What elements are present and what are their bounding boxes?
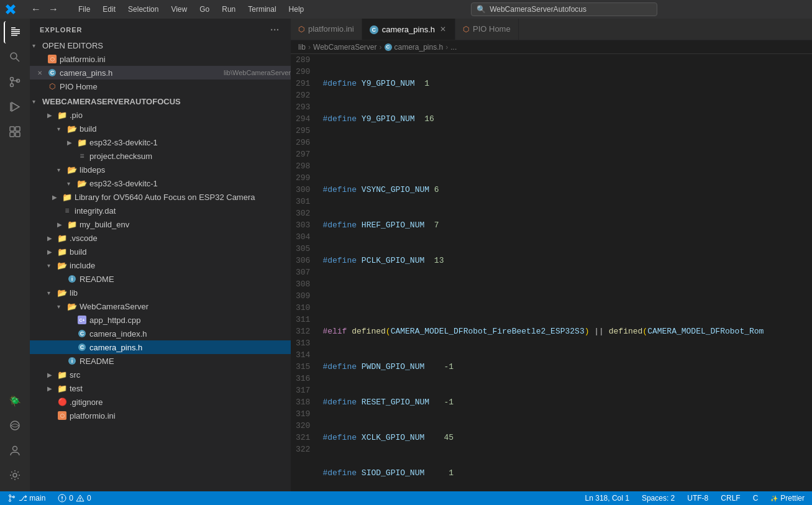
camera-pins-icon: C: [47, 68, 57, 78]
tree-item-libdeps[interactable]: ▾ 📂 libdeps: [30, 163, 291, 176]
checksum-icon: ≡: [77, 151, 87, 161]
menu-selection[interactable]: Selection: [123, 4, 163, 15]
breadcrumb-webcameraserver[interactable]: WebCameraServer: [313, 43, 376, 52]
tree-item-library[interactable]: ▶ 📁 Library for OV5640 Auto Focus on ESP…: [30, 190, 291, 204]
status-position[interactable]: Ln 318, Col 1: [583, 494, 632, 503]
sidebar-more-button[interactable]: ···: [269, 24, 281, 36]
open-editor-camera-pins[interactable]: ✕ C camera_pins.h lib\WebCameraServer: [30, 66, 291, 80]
status-errors[interactable]: 0 0: [55, 494, 93, 503]
vscode-label: .vscode: [70, 234, 291, 243]
breadcrumb-file[interactable]: camera_pins.h: [395, 43, 444, 52]
menu-file[interactable]: File: [73, 4, 95, 15]
library-icon: 📁: [62, 192, 72, 202]
menu-help[interactable]: Help: [284, 4, 309, 15]
menu-run[interactable]: Run: [217, 4, 240, 15]
open-editors-header[interactable]: ▾ OPEN EDITORS: [30, 39, 291, 52]
tab-platformio[interactable]: ⬡ platformio.ini: [291, 19, 362, 40]
svg-rect-15: [16, 132, 20, 137]
activity-remote-icon[interactable]: [4, 414, 26, 437]
ln-293: 293: [296, 101, 310, 113]
activity-settings-icon[interactable]: [4, 464, 26, 486]
apphttpd-label: app_httpd.cpp: [89, 316, 291, 325]
tab-camera-pins[interactable]: C camera_pins.h ✕: [362, 19, 455, 40]
esp32-libdeps-label: esp32-s3-devkitc-1: [89, 179, 291, 188]
ln-308: 308: [296, 278, 310, 290]
vscode-arrow: ▶: [47, 235, 57, 242]
ln-292: 292: [296, 89, 310, 101]
menu-go[interactable]: Go: [194, 4, 214, 15]
ln-297: 297: [296, 148, 310, 160]
code-content[interactable]: #define Y9_GPIO_NUM 1 #define Y9_GPIO_NU…: [317, 54, 812, 491]
activity-account-icon[interactable]: [4, 439, 26, 462]
tree-item-esp32-libdeps[interactable]: ▾ 📂 esp32-s3-devkitc-1: [30, 176, 291, 190]
include-label: include: [70, 261, 291, 270]
activity-run-icon[interactable]: [4, 96, 26, 118]
tab-pio-home[interactable]: ⬡ PIO Home: [455, 19, 519, 40]
sidebar-content[interactable]: ▾ OPEN EDITORS ⬡ platformio.ini ✕ C came…: [30, 39, 291, 491]
tree-item-src[interactable]: ▶ 📁 src: [30, 368, 291, 381]
tab-camera-pins-close[interactable]: ✕: [439, 25, 447, 34]
tree-item-camera-pins[interactable]: C camera_pins.h: [30, 340, 291, 354]
tree-item-esp32[interactable]: ▶ 📁 esp32-s3-devkitc-1: [30, 135, 291, 149]
status-spaces[interactable]: Spaces: 2: [639, 494, 677, 503]
tree-item-readme-lib[interactable]: i README: [30, 354, 291, 368]
library-label: Library for OV5640 Auto Focus on ESP32 C…: [75, 193, 291, 202]
svg-rect-14: [10, 132, 14, 137]
editor-content[interactable]: 289 290 291 292 293 294 295 296 297 298 …: [291, 54, 812, 491]
esp32-libdeps-icon: 📂: [77, 178, 87, 188]
activity-pio-icon[interactable]: 🪲: [4, 389, 26, 412]
test-label: test: [70, 384, 291, 393]
tree-item-integrity[interactable]: ≡ integrity.dat: [30, 204, 291, 217]
webcameraserver-arrow: ▾: [57, 303, 67, 310]
status-encoding[interactable]: UTF-8: [685, 494, 711, 503]
tree-item-camera-index[interactable]: C camera_index.h: [30, 327, 291, 340]
tree-item-lib[interactable]: ▾ 📂 lib: [30, 286, 291, 299]
status-branch[interactable]: ⎇ main: [5, 494, 48, 503]
open-editor-platformio[interactable]: ⬡ platformio.ini: [30, 52, 291, 66]
platformio-root-icon: ⬡: [57, 411, 67, 421]
open-editor-pio-home[interactable]: ⬡ PIO Home: [30, 80, 291, 93]
svg-rect-13: [16, 127, 20, 131]
tree-item-gitignore[interactable]: 🔴 .gitignore: [30, 395, 291, 409]
tree-item-vscode[interactable]: ▶ 📁 .vscode: [30, 231, 291, 245]
gitignore-icon: 🔴: [57, 397, 67, 407]
tree-item-include[interactable]: ▾ 📂 include: [30, 258, 291, 272]
ln-314: 314: [296, 349, 310, 361]
breadcrumb-lib[interactable]: lib: [298, 43, 306, 52]
tree-item-platformio-root[interactable]: ⬡ platformio.ini: [30, 409, 291, 422]
lib-label: lib: [70, 288, 291, 298]
activity-search-icon[interactable]: [4, 46, 26, 68]
tree-item-pio[interactable]: ▶ 📁 .pio: [30, 108, 291, 122]
activity-extensions-icon[interactable]: [4, 121, 26, 143]
activity-git-icon[interactable]: [4, 71, 26, 93]
tree-item-build2[interactable]: ▶ 📁 build: [30, 245, 291, 258]
error-count: 0: [69, 494, 73, 503]
titlebar-search[interactable]: 🔍 WebCameraServerAutofocus: [471, 2, 657, 16]
encoding-label: UTF-8: [687, 494, 708, 503]
tree-item-webcameraserver[interactable]: ▾ 📂 WebCameraServer: [30, 299, 291, 313]
status-prettier[interactable]: ✨ Prettier: [768, 494, 807, 503]
menu-edit[interactable]: Edit: [98, 4, 121, 15]
status-language[interactable]: C: [750, 494, 761, 503]
tree-item-apphttpd[interactable]: C+ app_httpd.cpp: [30, 313, 291, 327]
nav-forward-button[interactable]: →: [46, 2, 61, 16]
tree-item-readme-include[interactable]: i README: [30, 272, 291, 286]
svg-rect-1: [11, 29, 20, 30]
ln-298: 298: [296, 160, 310, 172]
activity-explorer-icon[interactable]: [4, 21, 26, 43]
menu-view[interactable]: View: [166, 4, 192, 15]
ln-322: 322: [296, 444, 310, 455]
test-arrow: ▶: [47, 385, 57, 392]
status-eol[interactable]: CRLF: [718, 494, 742, 503]
project-header[interactable]: ▾ WEBCAMERASERVERAUTOFOCUS: [30, 94, 291, 108]
mybuild-arrow: ▶: [57, 221, 67, 228]
tree-item-test[interactable]: ▶ 📁 test: [30, 381, 291, 395]
app-logo: [5, 4, 16, 15]
tree-item-build-parent[interactable]: ▾ 📂 build: [30, 122, 291, 135]
tree-item-mybuild[interactable]: ▶ 📁 my_build_env: [30, 217, 291, 231]
camera-pins-label: camera_pins.h: [60, 68, 220, 78]
breadcrumb-ellipsis[interactable]: ...: [450, 43, 457, 52]
tree-item-checksum[interactable]: ≡ project.checksum: [30, 149, 291, 163]
nav-back-button[interactable]: ←: [29, 2, 43, 16]
menu-terminal[interactable]: Terminal: [243, 4, 281, 15]
